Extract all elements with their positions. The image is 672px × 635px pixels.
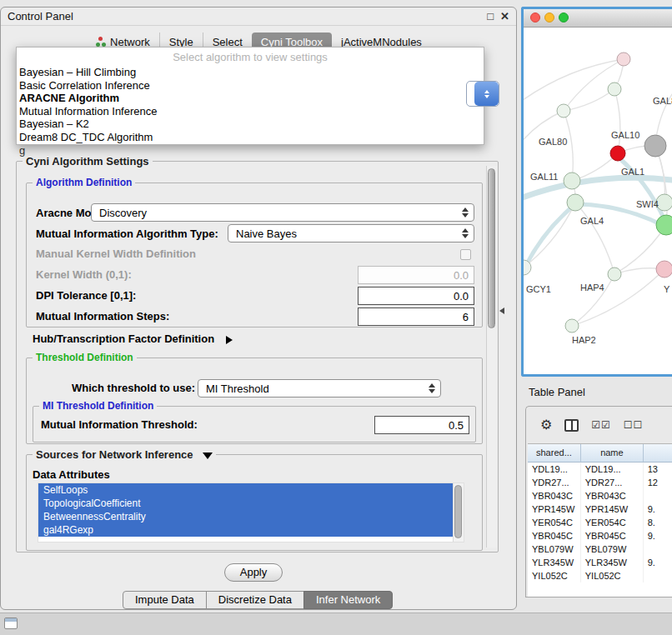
network-node[interactable]: [567, 194, 584, 211]
algorithm-dropdown-list: Bayesian – Hill ClimbingBasic Correlatio…: [17, 66, 484, 143]
table-row[interactable]: YBL079WYBL079W: [528, 542, 672, 556]
network-node[interactable]: [644, 135, 666, 157]
table-cell: YBR043C: [581, 489, 644, 502]
attribute-item-selfloops[interactable]: SelfLoops: [38, 483, 453, 497]
deselect-all-icon[interactable]: ☐☐: [624, 420, 644, 430]
table-row[interactable]: YIL052CYIL052C: [528, 569, 672, 582]
aracne-mode-value: Discovery: [99, 207, 462, 219]
settings-scroll-thumb[interactable]: [488, 168, 495, 328]
which-threshold-combo[interactable]: MI Threshold: [198, 379, 441, 398]
float-panel-button[interactable]: □: [487, 8, 494, 26]
select-all-icon[interactable]: ☑☑: [591, 420, 611, 430]
panel-collapse-arrow[interactable]: [499, 308, 504, 314]
manual-kernel-checkbox[interactable]: [460, 249, 471, 260]
table-row[interactable]: YPR145WYPR145W9.: [528, 502, 672, 516]
table-cell: [644, 489, 672, 502]
node-table: shared...name YDL19...YDL19...13YDR27...…: [528, 443, 672, 597]
algorithm-combo-stepper[interactable]: [466, 81, 499, 107]
network-window-titlebar[interactable]: [524, 9, 672, 28]
network-node[interactable]: [565, 319, 579, 332]
table-cell: YER054C: [528, 516, 581, 529]
attribute-list-scroll-thumb[interactable]: [454, 485, 462, 538]
mi-steps-field[interactable]: [358, 308, 474, 326]
network-node[interactable]: [608, 82, 621, 96]
which-threshold-value: MI Threshold: [206, 382, 429, 395]
minimize-window-icon[interactable]: [544, 12, 554, 22]
bottom-tab-infer-network[interactable]: Infer Network: [303, 591, 393, 609]
mi-threshold-label: Mutual Information Threshold:: [41, 418, 198, 431]
attribute-list-scrollbar[interactable]: [453, 483, 464, 542]
network-view-window[interactable]: GAL8GAL80GAL10GAL11GAL1SWI4GAL4GCY1HAP4H…: [521, 7, 672, 377]
settings-scrollbar[interactable]: [486, 166, 497, 548]
mi-threshold-field[interactable]: [374, 416, 469, 434]
algorithm-option-basic-correlation-inference[interactable]: Basic Correlation Inference: [17, 79, 484, 92]
algorithm-option-dream8-dc-tdc-algorithm[interactable]: Dream8 DC_TDC Algorithm: [17, 131, 484, 144]
dpi-tolerance-field[interactable]: [358, 287, 474, 305]
network-node[interactable]: [610, 146, 625, 161]
network-node[interactable]: [608, 268, 621, 281]
threshold-definition-title: Threshold Definition: [33, 352, 137, 363]
data-attributes-label: Data Attributes: [33, 468, 110, 481]
mi-type-value: Naive Bayes: [236, 228, 462, 240]
sources-group-title[interactable]: Sources for Network Inference: [33, 448, 216, 461]
collapsed-panel-icon[interactable]: [4, 618, 18, 629]
table-row[interactable]: YER054CYER054C8.: [528, 516, 672, 529]
mi-threshold-group-title: MI Threshold Definition: [39, 400, 157, 412]
table-cell: 9.: [644, 502, 672, 516]
network-edge: [564, 89, 614, 111]
network-node[interactable]: [656, 261, 672, 278]
algorithm-definition-title: Algorithm Definition: [33, 177, 135, 188]
bottom-tab-impute-data[interactable]: Impute Data: [123, 591, 207, 609]
network-node[interactable]: [557, 104, 570, 118]
algorithm-option-bayesian-hill-climbing[interactable]: Bayesian – Hill Climbing: [17, 66, 484, 79]
table-cell: YBR045C: [581, 529, 644, 542]
network-node[interactable]: [656, 215, 672, 235]
column-header-1[interactable]: name: [581, 444, 644, 462]
kernel-width-field[interactable]: [358, 266, 474, 284]
control-panel-titlebar: Control Panel □ ✕: [1, 8, 516, 26]
mi-type-combo[interactable]: Naive Bayes: [228, 224, 474, 242]
attribute-item-betweennesscentrality[interactable]: BetweennessCentrality: [38, 510, 453, 523]
collapse-down-icon: [203, 452, 213, 459]
bottom-tab-discretize-data[interactable]: Discretize Data: [206, 591, 304, 609]
table-row[interactable]: YLR345WYLR345W9.: [528, 556, 672, 569]
close-window-icon[interactable]: [530, 12, 540, 22]
algorithm-option-aracne-algorithm[interactable]: ARACNE Algorithm: [17, 92, 484, 105]
hub-definition-toggle[interactable]: Hub/Transcription Factor Definition: [33, 332, 233, 345]
gear-icon[interactable]: ⚙: [540, 418, 552, 432]
node-label: GAL10: [611, 130, 639, 140]
algorithm-dropdown-popup: Select algorithm to view settings Bayesi…: [16, 47, 484, 145]
apply-button[interactable]: Apply: [224, 563, 283, 582]
network-node[interactable]: [617, 52, 630, 66]
algorithm-option-bayesian-k2[interactable]: Bayesian – K2: [17, 118, 484, 131]
zoom-window-icon[interactable]: [559, 12, 569, 22]
table-panel: ⚙☑☑☐☐ shared...name YDL19...YDL19...13YD…: [525, 406, 672, 598]
table-row[interactable]: YDL19...YDL19...13: [528, 462, 672, 476]
table-cell: 9.: [644, 556, 672, 569]
manual-kernel-label: Manual Kernel Width Definition: [36, 248, 196, 260]
column-header-0[interactable]: shared...: [528, 444, 581, 462]
table-cell: YIL052C: [528, 569, 581, 582]
table-cell: YPR145W: [528, 502, 581, 516]
close-panel-button[interactable]: ✕: [500, 8, 509, 26]
table-cell: 13: [644, 462, 672, 476]
column-header-2[interactable]: [644, 444, 672, 462]
network-canvas[interactable]: GAL8GAL80GAL10GAL11GAL1SWI4GAL4GCY1HAP4H…: [524, 28, 672, 374]
column-browser-icon[interactable]: [564, 419, 579, 432]
kernel-width-label: Kernel Width (0,1):: [36, 268, 132, 281]
attribute-item-topologicalcoefficient[interactable]: TopologicalCoefficient: [38, 497, 453, 510]
table-cell: YDL19...: [581, 462, 644, 476]
table-cell: YER054C: [581, 516, 644, 529]
algorithm-option-mutual-information-inference[interactable]: Mutual Information Inference: [17, 105, 484, 118]
table-row[interactable]: YDR27...YDR27...12: [528, 476, 672, 489]
combo-stepper-icon: [462, 228, 469, 238]
attribute-item-gal4rgexp[interactable]: gal4RGexp: [38, 523, 453, 537]
network-node[interactable]: [564, 172, 580, 189]
table-cell: 9.: [644, 529, 672, 542]
table-row[interactable]: YBR045CYBR045C9.: [528, 529, 672, 542]
table-row[interactable]: YBR043CYBR043C: [528, 489, 672, 502]
obscured-label-fragment: g: [19, 144, 25, 157]
aracne-mode-combo[interactable]: Discovery: [91, 203, 474, 222]
combo-stepper-blue-cap: [474, 82, 499, 106]
data-attributes-list[interactable]: SelfLoopsTopologicalCoefficientBetweenne…: [38, 482, 464, 542]
